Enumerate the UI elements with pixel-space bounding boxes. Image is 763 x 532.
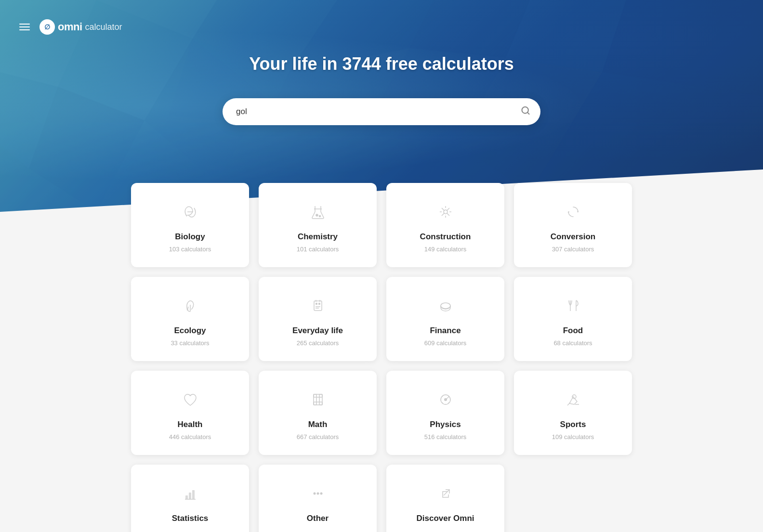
hero-title: Your life in 3744 free calculators (10, 54, 753, 74)
other-name: Other (268, 514, 367, 523)
category-card-biology[interactable]: Biology 103 calculators (131, 183, 249, 267)
svg-rect-57 (189, 493, 191, 499)
other-icon (306, 482, 329, 505)
search-icon (521, 106, 530, 116)
health-icon (179, 388, 202, 411)
construction-name: Construction (396, 232, 495, 242)
finance-count: 609 calculators (396, 339, 495, 347)
logo-symbol: ∅ (39, 19, 55, 35)
category-card-finance[interactable]: Finance 609 calculators (386, 277, 504, 361)
sports-name: Sports (524, 420, 622, 429)
svg-line-17 (527, 112, 529, 114)
construction-icon (434, 200, 457, 223)
category-card-discover[interactable]: Discover Omni (386, 465, 504, 532)
finance-name: Finance (396, 326, 495, 336)
svg-point-23 (319, 216, 320, 217)
finance-icon (434, 294, 457, 317)
everyday-name: Everyday life (268, 326, 367, 336)
everyday-count: 265 calculators (268, 339, 367, 347)
svg-line-52 (446, 397, 449, 400)
ecology-name: Ecology (141, 326, 239, 336)
category-card-health[interactable]: Health 446 calculators (131, 371, 249, 455)
category-card-ecology[interactable]: Ecology 33 calculators (131, 277, 249, 361)
svg-rect-38 (314, 394, 316, 405)
logo[interactable]: ∅ omni calculator (39, 19, 122, 35)
category-card-physics[interactable]: Physics 516 calculators (386, 371, 504, 455)
logo-name-calc: calculator (85, 22, 122, 32)
svg-rect-56 (185, 495, 188, 499)
category-card-other[interactable]: Other (259, 465, 377, 532)
category-card-everyday[interactable]: Everyday life 265 calculators (259, 277, 377, 361)
category-card-math[interactable]: Math 667 calculators (259, 371, 377, 455)
svg-rect-41 (314, 402, 322, 405)
logo-name-omni: omni (58, 21, 82, 33)
food-name: Food (524, 326, 622, 336)
svg-line-53 (567, 402, 570, 405)
ecology-icon (179, 294, 202, 317)
categories-section: Biology 103 calculators Chemistry 101 ca… (117, 183, 646, 532)
discover-name: Discover Omni (396, 514, 495, 523)
construction-count: 149 calculators (396, 246, 495, 253)
categories-grid: Biology 103 calculators Chemistry 101 ca… (131, 183, 632, 532)
svg-point-61 (316, 493, 319, 495)
sports-count: 109 calculators (524, 433, 622, 441)
svg-rect-58 (192, 490, 195, 499)
ecology-count: 33 calculators (141, 339, 239, 347)
chemistry-name: Chemistry (268, 232, 367, 242)
category-card-chemistry[interactable]: Chemistry 101 calculators (259, 183, 377, 267)
conversion-count: 307 calculators (524, 246, 622, 253)
hamburger-menu[interactable] (19, 24, 30, 30)
everyday-icon (306, 294, 329, 317)
category-card-sports[interactable]: Sports 109 calculators (514, 371, 632, 455)
svg-rect-30 (316, 303, 317, 305)
biology-icon (179, 200, 202, 223)
chemistry-icon (306, 200, 329, 223)
physics-count: 516 calculators (396, 433, 495, 441)
hero-content: Your life in 3744 free calculators (0, 54, 763, 125)
biology-name: Biology (141, 232, 239, 242)
discover-icon (434, 482, 457, 505)
svg-rect-40 (314, 394, 322, 397)
conversion-name: Conversion (524, 232, 622, 242)
health-name: Health (141, 420, 239, 429)
hero-section: ∅ omni calculator Your life in 3744 free… (0, 0, 763, 212)
food-icon (562, 294, 585, 317)
svg-line-48 (448, 402, 449, 403)
health-count: 446 calculators (141, 433, 239, 441)
category-card-conversion[interactable]: Conversion 307 calculators (514, 183, 632, 267)
svg-point-22 (316, 214, 318, 216)
physics-icon (434, 388, 457, 411)
physics-name: Physics (396, 420, 495, 429)
sports-icon (562, 388, 585, 411)
svg-point-34 (441, 303, 450, 309)
math-count: 667 calculators (268, 433, 367, 441)
food-count: 68 calculators (524, 339, 622, 347)
svg-point-60 (313, 493, 316, 495)
category-card-statistics[interactable]: Statistics (131, 465, 249, 532)
svg-rect-31 (318, 303, 320, 305)
category-card-food[interactable]: Food 68 calculators (514, 277, 632, 361)
svg-rect-29 (314, 301, 322, 311)
search-input[interactable] (223, 98, 540, 125)
statistics-icon (179, 482, 202, 505)
search-container (223, 98, 540, 125)
math-icon (306, 388, 329, 411)
statistics-name: Statistics (141, 514, 239, 523)
svg-line-47 (442, 396, 443, 397)
math-name: Math (268, 420, 367, 429)
svg-line-50 (442, 402, 443, 403)
svg-rect-39 (319, 394, 322, 405)
category-card-construction[interactable]: Construction 149 calculators (386, 183, 504, 267)
biology-count: 103 calculators (141, 246, 239, 253)
svg-point-62 (320, 493, 322, 495)
navbar: ∅ omni calculator (0, 19, 763, 35)
search-button[interactable] (513, 101, 538, 123)
chemistry-count: 101 calculators (268, 246, 367, 253)
conversion-icon (562, 200, 585, 223)
